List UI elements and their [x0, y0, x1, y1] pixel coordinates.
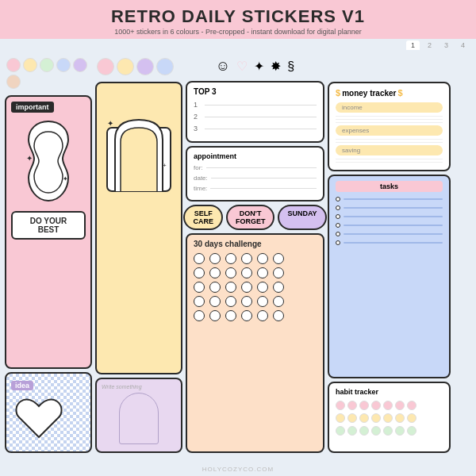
challenge-dot — [209, 253, 221, 264]
watermark: HOLYCOZYCO.COM — [202, 466, 274, 473]
do-your-best-label: DO YOUR BEST — [11, 211, 86, 240]
task-line-4 — [336, 223, 443, 228]
challenge-dot — [241, 253, 252, 264]
top3-title: TOP 3 — [194, 87, 317, 96]
task-line-5 — [336, 232, 443, 236]
dollar-icon: § — [287, 60, 294, 74]
important-label: important — [11, 102, 54, 113]
challenge-dot — [209, 310, 221, 321]
tab-4[interactable]: 4 — [456, 40, 470, 50]
challenge-dot — [257, 296, 268, 307]
color-dot-peach — [6, 75, 21, 89]
appointment-sticker: appointment for: date: time: — [186, 146, 324, 202]
challenge-dot — [257, 310, 268, 321]
challenge-dot — [209, 267, 221, 278]
appt-for: for: — [194, 164, 317, 171]
heart-icon: ♡ — [236, 59, 248, 74]
task-line-1 — [336, 197, 443, 202]
appt-time: time: — [194, 185, 317, 192]
page-title: RETRO DAILY STICKERS V1 — [3, 6, 473, 27]
tab-2[interactable]: 2 — [423, 40, 436, 50]
svg-text:✦: ✦ — [107, 119, 113, 128]
challenge-dot — [273, 282, 284, 293]
big-dot-2 — [117, 58, 134, 75]
spacer — [328, 55, 451, 79]
money-sticker: $ money tracker $ income expenses saving — [328, 82, 451, 171]
dollar-sign-left: $ — [336, 88, 340, 98]
habit-title: habit tracker — [336, 388, 443, 396]
page: RETRO DAILY STICKERS V1 1000+ stickers i… — [0, 0, 476, 476]
challenge-dots — [194, 253, 317, 321]
challenge-dot — [194, 296, 205, 307]
tab-3[interactable]: 3 — [440, 40, 453, 50]
idea-sticker: idea — [5, 372, 92, 453]
task-line-6 — [336, 240, 443, 245]
svg-text:✦: ✦ — [26, 154, 33, 163]
tasks-title: tasks — [336, 181, 443, 192]
habit-dots-row-1 — [336, 401, 443, 410]
icons-section: ☺ ♡ ✦ ✸ § — [186, 55, 324, 78]
top3-line-3: 3 — [194, 125, 317, 132]
task-line-2 — [336, 205, 443, 210]
challenge-dot — [194, 282, 205, 293]
color-dot-blue — [56, 58, 71, 72]
challenge-dot — [194, 267, 205, 278]
habit-dots-row-3 — [336, 426, 443, 436]
challenge-dot — [225, 296, 236, 307]
header-subtitle: 1000+ stickers in 6 colours - Pre-croppe… — [3, 28, 473, 36]
arch-svg: ✦ + — [103, 88, 175, 195]
tabs-row: 1 2 3 4 — [0, 39, 476, 52]
challenge-dot — [209, 282, 221, 293]
pill-dont-forget[interactable]: DON'T FORGET — [226, 205, 275, 230]
dollar-sign-right: $ — [398, 88, 403, 98]
pill-self-care[interactable]: SELF CARE — [183, 205, 223, 230]
habit-dots-row-2 — [336, 413, 443, 423]
habit-sticker: habit tracker — [328, 382, 451, 453]
challenge-title: 30 days challenge — [194, 240, 317, 248]
idea-label: idea — [11, 381, 33, 390]
top3-sticker: TOP 3 1 2 3 — [186, 81, 324, 143]
header: RETRO DAILY STICKERS V1 1000+ stickers i… — [0, 0, 476, 39]
challenge-dot — [241, 267, 252, 278]
big-dot-4 — [156, 58, 174, 75]
challenge-dot — [273, 267, 284, 278]
challenge-dot — [257, 267, 268, 278]
color-dot-green — [40, 58, 54, 72]
sparkle-icon: ✦ — [254, 59, 264, 74]
challenge-dot — [225, 267, 236, 278]
big-dots-section — [95, 55, 182, 79]
money-label: money tracker — [342, 89, 396, 98]
money-expenses: expenses — [336, 125, 443, 136]
challenge-dot — [209, 296, 221, 307]
big-dot-1 — [97, 58, 114, 75]
pill-sunday[interactable]: SUNDAY — [278, 205, 326, 230]
challenge-dot — [241, 310, 252, 321]
tasks-sticker: tasks — [328, 175, 451, 378]
challenge-dot — [225, 282, 236, 293]
write-sticker: Write something — [95, 378, 182, 453]
arch-sticker: ✦ + — [95, 82, 182, 374]
smiley-icon: ☺ — [216, 58, 230, 75]
color-dot-pink — [6, 58, 21, 72]
big-dot-3 — [136, 58, 154, 75]
write-arch — [119, 393, 159, 444]
challenge-dot — [194, 310, 205, 321]
challenge-dot — [225, 253, 236, 264]
challenge-dot — [273, 253, 284, 264]
challenge-dot — [273, 310, 284, 321]
write-placeholder: Write something — [102, 384, 176, 390]
challenge-dot — [241, 296, 252, 307]
pills-row: SELF CARE DON'T FORGET SUNDAY — [186, 205, 324, 230]
color-dot-yellow — [23, 58, 37, 72]
star-icon: ✸ — [271, 59, 281, 74]
svg-text:✦: ✦ — [63, 175, 68, 182]
blob-svg: ✦ ✦ — [17, 117, 80, 205]
top3-line-2: 2 — [194, 113, 317, 121]
color-dot-lavender — [73, 58, 87, 72]
challenge-dot — [194, 253, 205, 264]
money-saving: saving — [336, 145, 443, 155]
appt-date: date: — [194, 175, 317, 182]
color-dots-section — [5, 55, 92, 92]
challenge-dot — [241, 282, 252, 293]
tab-1[interactable]: 1 — [406, 40, 420, 50]
